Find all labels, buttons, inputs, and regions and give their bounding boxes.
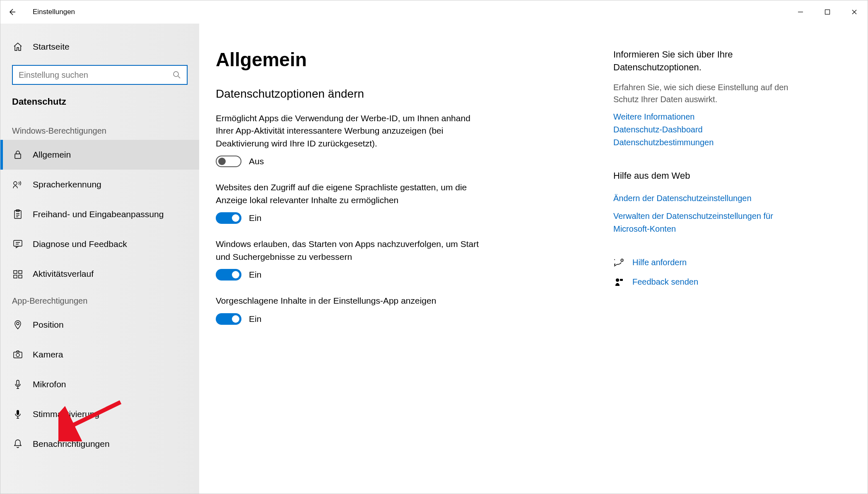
svg-rect-15 — [17, 410, 19, 415]
search-box[interactable] — [12, 65, 188, 85]
svg-rect-4 — [14, 211, 21, 218]
support-get-help[interactable]: ? Hilfe anfordern — [613, 256, 791, 269]
search-icon — [173, 71, 181, 79]
svg-rect-12 — [14, 352, 22, 358]
setting-app-launch-tracking: Windows erlauben, das Starten von Apps n… — [216, 238, 489, 281]
svg-rect-0 — [825, 10, 829, 14]
nav-label: Diagnose und Feedback — [33, 239, 127, 249]
svg-rect-14 — [17, 380, 19, 385]
nav-label: Benachrichtigungen — [33, 439, 110, 449]
setting-desc: Websites den Zugriff auf die eigene Spra… — [216, 181, 489, 206]
minimize-button[interactable] — [787, 0, 814, 24]
window-title: Einstellungen — [33, 8, 75, 16]
setting-desc: Vorgeschlagene Inhalte in der Einstellun… — [216, 295, 489, 307]
aside-panel: Informieren Sie sich über Ihre Datenschu… — [613, 48, 791, 494]
nav-label: Aktivitätsverlauf — [33, 269, 94, 279]
nav-diagnostics[interactable]: Diagnose und Feedback — [0, 229, 199, 259]
page-subheading: Datenschutzoptionen ändern — [216, 87, 506, 101]
nav-voice-activation[interactable]: Stimmaktivierung — [0, 399, 199, 429]
link-more-info[interactable]: Weitere Informationen — [613, 110, 791, 123]
svg-point-18 — [616, 278, 619, 282]
feedback-icon — [12, 238, 24, 250]
content: Allgemein Datenschutzoptionen ändern Erm… — [199, 24, 868, 494]
nav-location[interactable]: Position — [0, 310, 199, 340]
nav-label: Allgemein — [33, 150, 71, 160]
nav-label: Position — [33, 320, 64, 330]
bell-icon — [12, 438, 24, 450]
lock-icon — [12, 149, 24, 161]
nav-label: Kamera — [33, 350, 63, 360]
toggle-state: Ein — [249, 213, 261, 223]
home-label: Startseite — [33, 42, 70, 52]
aside-info-note: Erfahren Sie, wie sich diese Einstellung… — [613, 82, 791, 106]
back-button[interactable] — [0, 0, 24, 24]
svg-rect-10 — [19, 275, 22, 278]
history-icon — [12, 268, 24, 280]
nav-label: Mikrofon — [33, 379, 66, 389]
arrow-left-icon — [8, 8, 16, 16]
maximize-button[interactable] — [814, 0, 841, 24]
link-privacy-dashboard[interactable]: Datenschutz-Dashboard — [613, 123, 791, 136]
clipboard-icon — [12, 209, 24, 220]
voice-icon — [12, 408, 24, 420]
location-icon — [12, 319, 24, 331]
close-button[interactable] — [841, 0, 868, 24]
support-label[interactable]: Hilfe anfordern — [632, 256, 687, 269]
svg-rect-7 — [14, 271, 17, 273]
titlebar: Einstellungen — [0, 0, 868, 24]
home-link[interactable]: Startseite — [0, 37, 199, 57]
toggle-state: Ein — [249, 314, 261, 324]
nav-speech[interactable]: Spracherkennung — [0, 170, 199, 199]
feedback-small-icon — [613, 276, 625, 288]
nav-label: Spracherkennung — [33, 180, 101, 189]
support-label[interactable]: Feedback senden — [632, 276, 698, 288]
svg-rect-8 — [19, 271, 22, 273]
link-manage-ms-privacy[interactable]: Verwalten der Datenschutzeinstellungen f… — [613, 210, 791, 235]
page-heading: Allgemein — [216, 48, 506, 71]
nav-activity[interactable]: Aktivitätsverlauf — [0, 259, 199, 289]
svg-point-13 — [16, 353, 19, 357]
toggle-state: Ein — [249, 270, 261, 280]
nav-label: Stimmaktivierung — [33, 409, 99, 419]
link-privacy-statement[interactable]: Datenschutzbestimmungen — [613, 136, 791, 149]
toggle-app-launch-tracking[interactable] — [216, 269, 241, 281]
speech-icon — [12, 179, 24, 190]
setting-desc: Windows erlauben, das Starten von Apps n… — [216, 238, 489, 263]
support-feedback[interactable]: Feedback senden — [613, 276, 791, 288]
toggle-advertising-id[interactable] — [216, 156, 241, 167]
svg-rect-9 — [14, 275, 17, 278]
section-app-permissions: App-Berechtigungen — [0, 289, 199, 310]
aside-info-heading: Informieren Sie sich über Ihre Datenschu… — [613, 48, 791, 74]
toggle-language-list[interactable] — [216, 212, 241, 224]
mic-icon — [12, 379, 24, 390]
search-input[interactable] — [19, 70, 173, 80]
toggle-suggested-content[interactable] — [216, 313, 241, 325]
setting-language-list: Websites den Zugriff auf die eigene Spra… — [216, 181, 489, 224]
nav-microphone[interactable]: Mikrofon — [0, 369, 199, 399]
svg-point-3 — [14, 182, 17, 185]
minimize-icon — [798, 9, 803, 15]
setting-advertising-id: Ermöglicht Apps die Verwendung der Werbe… — [216, 112, 489, 167]
svg-point-1 — [174, 72, 178, 77]
section-windows-permissions: Windows-Berechtigungen — [0, 119, 199, 140]
setting-desc: Ermöglicht Apps die Verwendung der Werbe… — [216, 112, 489, 150]
home-icon — [12, 41, 24, 53]
link-change-privacy[interactable]: Ändern der Datenschutzeinstellungen — [613, 192, 791, 205]
nav-label: Freihand- und Eingabeanpassung — [33, 209, 164, 219]
svg-point-11 — [17, 322, 19, 325]
svg-rect-2 — [15, 154, 21, 158]
close-icon — [851, 9, 857, 15]
nav-notifications[interactable]: Benachrichtigungen — [0, 429, 199, 459]
nav-inking[interactable]: Freihand- und Eingabeanpassung — [0, 199, 199, 229]
nav-camera[interactable]: Kamera — [0, 340, 199, 369]
setting-suggested-content: Vorgeschlagene Inhalte in der Einstellun… — [216, 295, 489, 324]
aside-webhelp-heading: Hilfe aus dem Web — [613, 170, 791, 182]
maximize-icon — [825, 9, 830, 15]
help-icon: ? — [613, 257, 625, 269]
svg-rect-19 — [620, 279, 623, 281]
sidebar: Startseite Datenschutz Windows-Berechtig… — [0, 24, 199, 494]
svg-rect-6 — [14, 240, 22, 246]
category-title: Datenschutz — [0, 96, 199, 119]
camera-icon — [12, 349, 24, 360]
nav-general[interactable]: Allgemein — [0, 140, 199, 170]
